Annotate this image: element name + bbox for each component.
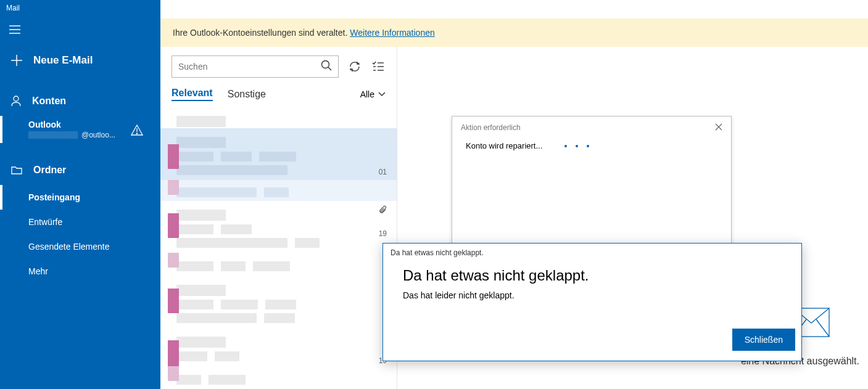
account-email-suffix: @outloo...	[81, 131, 115, 139]
active-indicator	[0, 116, 2, 143]
category-stripe	[168, 253, 179, 268]
svg-point-7	[136, 133, 137, 134]
account-outlook[interactable]: Outlook @outloo...	[0, 116, 160, 143]
date-tag: 01	[379, 168, 387, 176]
modal-error-small-title: Da hat etwas nicht geklappt.	[389, 247, 795, 266]
svg-line-9	[328, 67, 331, 70]
chevron-down-icon	[378, 92, 386, 97]
date-tag: 19	[379, 229, 387, 238]
modal-repair-title: Aktion erforderlich	[461, 123, 521, 132]
active-indicator	[0, 185, 2, 210]
hamburger-icon	[9, 25, 20, 34]
banner-link[interactable]: Weitere Informationen	[350, 28, 434, 38]
warning-icon	[131, 125, 143, 138]
search-box[interactable]	[172, 55, 339, 78]
list-item[interactable]	[160, 366, 397, 389]
modal-error: Da hat etwas nicht geklappt. Da hat etwa…	[382, 243, 802, 361]
banner-text: Ihre Outlook-Kontoeinstellungen sind ver…	[173, 28, 347, 38]
list-item[interactable]	[160, 276, 397, 328]
plus-icon	[11, 55, 22, 66]
checklist-icon	[372, 61, 384, 72]
list-item[interactable]	[160, 180, 397, 201]
close-icon	[715, 123, 722, 131]
folders-label: Ordner	[33, 165, 66, 176]
folder-sent[interactable]: Gesendete Elemente	[0, 234, 160, 259]
filter-dropdown[interactable]: Alle	[360, 89, 386, 99]
new-mail-label: Neue E-Mail	[33, 54, 93, 67]
folder-drafts[interactable]: Entwürfe	[0, 210, 160, 234]
hamburger-button[interactable]	[0, 17, 30, 42]
accounts-label: Konten	[32, 96, 66, 107]
tab-relevant[interactable]: Relevant	[172, 88, 213, 101]
selection-mode-button[interactable]	[371, 59, 386, 74]
category-stripe	[168, 340, 179, 367]
list-item[interactable]	[160, 107, 397, 128]
category-stripe	[168, 289, 179, 313]
tab-other[interactable]: Sonstige	[228, 89, 266, 100]
category-stripe	[168, 180, 179, 195]
category-stripe	[168, 366, 179, 381]
modal-error-title: Da hat etwas nicht geklappt.	[389, 266, 795, 290]
sidebar: Mail Neue E-Mail Konten Outlook	[0, 0, 160, 389]
modal-repair-status: Konto wird repariert...	[466, 141, 542, 150]
list-item[interactable]: 19	[160, 201, 397, 253]
svg-point-8	[322, 61, 329, 68]
search-input[interactable]	[178, 62, 321, 72]
folder-inbox[interactable]: Posteingang	[0, 185, 160, 210]
new-mail-button[interactable]: Neue E-Mail	[0, 46, 160, 75]
folder-more-label: Mehr	[28, 266, 48, 276]
search-icon[interactable]	[321, 60, 332, 73]
category-stripe	[168, 213, 179, 238]
app-title: Mail	[0, 0, 160, 17]
list-item[interactable]	[160, 253, 397, 276]
folder-drafts-label: Entwürfe	[28, 217, 62, 227]
redacted-block	[28, 131, 78, 139]
list-item[interactable]: 19	[160, 328, 397, 366]
close-button[interactable]	[715, 123, 722, 133]
accounts-header[interactable]: Konten	[0, 86, 160, 116]
list-item[interactable]: 01	[160, 128, 397, 180]
progress-dots-icon	[564, 145, 589, 147]
settings-banner: Ihre Outlook-Kontoeinstellungen sind ver…	[160, 18, 868, 47]
filter-label: Alle	[360, 89, 374, 99]
attachment-icon	[378, 205, 387, 217]
close-button[interactable]: Schließen	[732, 329, 795, 351]
focus-tabs: Relevant Sonstige Alle	[160, 84, 397, 107]
person-icon	[11, 96, 21, 107]
folder-inbox-label: Posteingang	[28, 192, 80, 202]
folders-header[interactable]: Ordner	[0, 155, 160, 185]
category-stripe	[168, 144, 179, 169]
sync-icon	[349, 60, 361, 73]
folder-icon	[11, 166, 22, 174]
svg-point-5	[14, 96, 19, 101]
message-list: 01 19	[160, 107, 397, 389]
folder-more[interactable]: Mehr	[0, 259, 160, 284]
sync-button[interactable]	[347, 59, 362, 74]
message-list-pane: Relevant Sonstige Alle 01	[160, 18, 397, 389]
folder-sent-label: Gesendete Elemente	[28, 242, 110, 252]
modal-error-body: Das hat leider nicht geklappt.	[389, 290, 795, 300]
